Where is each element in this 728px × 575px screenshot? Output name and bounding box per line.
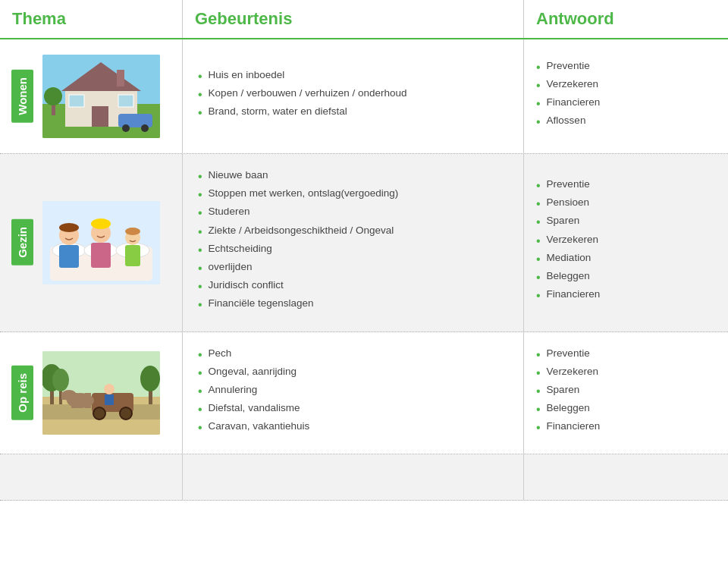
header-row: Thema Gebeurtenis Antwoord [0, 0, 728, 39]
page: Thema Gebeurtenis Antwoord Wonen [0, 0, 728, 575]
antwoord-cell-wonen: Preventie Verzekeren Financieren Aflosse… [523, 39, 728, 153]
row-wonen: Wonen [0, 39, 728, 154]
svg-point-36 [120, 407, 132, 419]
list-item: Huis en inboedel [198, 69, 508, 83]
thema-cell-gezin: Gezin [0, 154, 182, 331]
list-item: Brand, storm, water en diefstal [198, 105, 508, 120]
list-item: Annulering [198, 384, 508, 398]
list-item: Financieren [536, 420, 716, 435]
svg-point-9 [44, 87, 62, 105]
list-item: Ziekte / Arbeidsongeschiktheid / Ongeval [198, 225, 508, 239]
header-thema: Thema [0, 0, 182, 38]
svg-rect-4 [92, 106, 108, 127]
bullet-list-wonen-gebeurtenis: Huis en inboedel Kopen / verbouwen / ver… [198, 69, 508, 124]
list-item: Financieren [536, 96, 716, 111]
list-item: Ongeval, aanrijding [198, 366, 508, 380]
row-gezin: Gezin [0, 154, 728, 332]
thema-label-wonen: Wonen [11, 70, 33, 123]
svg-rect-21 [91, 243, 111, 268]
list-item: Juridisch conflict [198, 279, 508, 294]
antwoord-cell-gezin: Preventie Pensioen Sparen Verzekeren Med… [523, 154, 728, 331]
list-item: Diefstal, vandalisme [198, 402, 508, 416]
svg-rect-39 [85, 393, 91, 408]
list-item: Nieuwe baan [198, 169, 508, 184]
antwoord-cell-op-reis: Preventie Verzekeren Sparen Beleggen Fin… [523, 332, 728, 454]
svg-point-45 [140, 366, 160, 391]
list-item: overlijden [198, 261, 508, 275]
bullet-list-gezin-gebeurtenis: Nieuwe baan Stoppen met werken, ontslag(… [198, 169, 508, 316]
list-item: Preventie [536, 347, 716, 362]
thema-label-op-reis: Op reis [11, 366, 33, 420]
svg-point-11 [122, 124, 130, 132]
list-item: Pensioen [536, 196, 716, 211]
bullet-list-wonen-antwoord: Preventie Verzekeren Financieren Aflosse… [536, 60, 716, 134]
list-item: Verzekeren [536, 234, 716, 248]
svg-point-26 [125, 228, 140, 235]
thema-label-wrap-gezin: Gezin [8, 219, 36, 266]
image-travel [42, 351, 160, 435]
svg-point-42 [104, 384, 115, 394]
list-item: Stoppen met werken, ontslag(vergoeding) [198, 187, 508, 202]
list-item: Sparen [536, 215, 716, 229]
gebeurtenis-cell-op-reis: Pech Ongeval, aanrijding Annulering Dief… [182, 332, 523, 454]
list-item: Kopen / verbouwen / verhuizen / onderhou… [198, 87, 508, 102]
svg-rect-19 [59, 245, 79, 268]
thema-cell-partial [0, 454, 182, 500]
svg-rect-41 [61, 392, 66, 400]
svg-point-32 [52, 369, 69, 391]
bullet-list-op-reis-gebeurtenis: Pech Ongeval, aanrijding Annulering Dief… [198, 347, 508, 439]
gebeurtenis-cell-partial [182, 454, 523, 500]
svg-rect-23 [125, 245, 140, 266]
gebeurtenis-cell-gezin: Nieuwe baan Stoppen met werken, ontslag(… [182, 154, 523, 331]
thema-label-wrap-op-reis: Op reis [8, 366, 36, 420]
list-item: Preventie [536, 60, 716, 74]
svg-rect-5 [69, 95, 84, 107]
list-item: Mediation [536, 252, 716, 266]
svg-point-24 [59, 223, 79, 232]
list-item: Verzekeren [536, 366, 716, 380]
svg-rect-43 [105, 394, 114, 405]
antwoord-cell-partial [523, 454, 728, 500]
header-gebeurtenis: Gebeurtenis [182, 0, 523, 38]
list-item: Studeren [198, 206, 508, 220]
list-item: Preventie [536, 178, 716, 193]
svg-point-25 [91, 218, 111, 229]
svg-point-12 [141, 124, 149, 132]
svg-rect-6 [118, 95, 133, 107]
list-item: Verzekeren [536, 78, 716, 93]
image-house [42, 55, 160, 138]
bullet-list-op-reis-antwoord: Preventie Verzekeren Sparen Beleggen Fin… [536, 347, 716, 439]
list-item: Financieren [536, 288, 716, 303]
header-antwoord: Antwoord [523, 0, 728, 38]
list-item: Aflossen [536, 115, 716, 129]
list-item: Pech [198, 347, 508, 362]
list-item: Sparen [536, 384, 716, 398]
gebeurtenis-cell-wonen: Huis en inboedel Kopen / verbouwen / ver… [182, 39, 523, 153]
thema-cell-op-reis: Op reis [0, 332, 182, 454]
list-item: Beleggen [536, 402, 716, 416]
bullet-list-gezin-antwoord: Preventie Pensioen Sparen Verzekeren Med… [536, 178, 716, 306]
thema-label-wrap-wonen: Wonen [8, 70, 36, 123]
image-family [42, 201, 160, 284]
svg-rect-7 [117, 70, 124, 86]
row-op-reis: Op reis [0, 332, 728, 455]
row-partial [0, 454, 728, 501]
list-item: Echtscheiding [198, 243, 508, 257]
thema-cell-wonen: Wonen [0, 39, 182, 153]
svg-point-35 [93, 407, 105, 419]
list-item: Caravan, vakantiehuis [198, 420, 508, 435]
thema-label-gezin: Gezin [11, 219, 33, 266]
list-item: Financiële tegenslagen [198, 297, 508, 312]
list-item: Beleggen [536, 270, 716, 284]
